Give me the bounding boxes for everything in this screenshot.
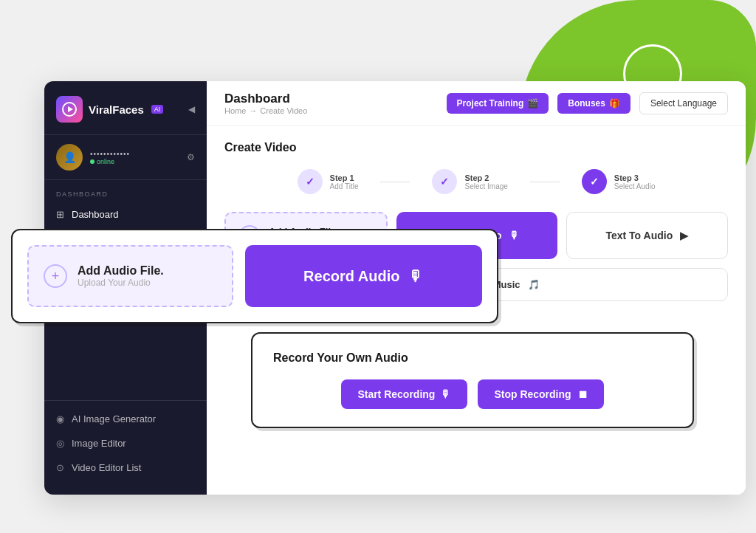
record-stop-icon: ⏹ (577, 388, 588, 400)
avatar: 👤 (56, 144, 83, 171)
sidebar-item-label: Image Editor (72, 438, 126, 449)
sidebar-item-label: Dashboard (72, 209, 119, 220)
floating-panel-audio: + Add Audio File. Upload Your Audio Reco… (11, 229, 498, 323)
sidebar-bottom: ◉ AI Image Generator ◎ Image Editor ⊙ Vi… (44, 400, 207, 480)
sidebar-profile: 👤 •••••••••••• online ⚙ (44, 135, 207, 180)
start-recording-button[interactable]: Start Recording 🎙 (341, 379, 467, 409)
gear-icon[interactable]: ⚙ (187, 152, 195, 162)
text-to-audio-option[interactable]: Text To Audio ▶ (566, 212, 728, 259)
topbar-title: Dashboard (224, 92, 438, 106)
record-buttons-row: Start Recording 🎙 Stop Recording ⏹ (273, 379, 672, 409)
film-icon: 🎬 (527, 98, 538, 109)
sidebar-section-label: DASHBOARD (44, 180, 207, 202)
select-language-button[interactable]: Select Language (639, 92, 728, 114)
record-start-icon: 🎙 (441, 388, 451, 400)
step-connector-1 (380, 182, 410, 182)
fp1-record-label: Record Audio (303, 268, 399, 285)
fp1-plus-icon: + (44, 264, 67, 288)
breadcrumb-current: Create Video (260, 106, 307, 115)
topbar: Dashboard Home → Create Video Project Tr… (207, 81, 746, 126)
fp1-record-audio-option[interactable]: Record Audio 🎙 (245, 245, 482, 307)
step-3: ✓ Step 3 Select Audio (582, 169, 656, 194)
sidebar-item-ai-image-generator[interactable]: ◉ AI Image Generator (44, 407, 207, 431)
profile-name: •••••••••••• (90, 150, 179, 158)
fp1-add-label: Add Audio File. (78, 264, 164, 278)
steps-row: ✓ Step 1 Add Title ✓ Step 2 Select Image (224, 169, 728, 194)
step-connector-2 (530, 182, 560, 182)
step-2-label: Select Image (464, 182, 507, 190)
step-1: ✓ Step 1 Add Title (298, 169, 359, 194)
gift-icon: 🎁 (609, 98, 620, 109)
profile-status: online (90, 158, 179, 165)
step-2-num: Step 2 (464, 173, 507, 182)
fp1-microphone-icon: 🎙 (408, 268, 423, 285)
bonuses-button[interactable]: Bonuses 🎁 (557, 93, 630, 114)
logo-text: ViralFaces (89, 103, 144, 116)
music-icon: 🎵 (528, 279, 540, 290)
profile-info: •••••••••••• online (90, 150, 179, 165)
dashboard-icon: ⊞ (56, 209, 64, 220)
stop-recording-button[interactable]: Stop Recording ⏹ (478, 379, 603, 409)
image-editor-icon: ◎ (56, 438, 64, 449)
fp1-inner: + Add Audio File. Upload Your Audio Reco… (27, 245, 482, 307)
microphone-icon: 🎙 (509, 230, 520, 241)
sidebar-logo-area: ViralFaces AI ◀ (44, 96, 207, 135)
step-3-num: Step 3 (614, 173, 656, 182)
step-2: ✓ Step 2 Select Image (432, 169, 507, 194)
tts-label: Text To Audio (605, 230, 673, 241)
step-3-label: Select Audio (614, 182, 656, 190)
sidebar-collapse-icon[interactable]: ◀ (188, 104, 195, 114)
sidebar-item-video-editor-list[interactable]: ⊙ Video Editor List (44, 455, 207, 480)
step-1-circle: ✓ (298, 169, 323, 194)
fp1-add-audio-option[interactable]: + Add Audio File. Upload Your Audio (27, 245, 233, 307)
step-2-circle: ✓ (432, 169, 457, 194)
project-training-button[interactable]: Project Training 🎬 (447, 93, 549, 114)
breadcrumb: Home → Create Video (224, 106, 438, 115)
avatar-image: 👤 (56, 144, 83, 171)
breadcrumb-separator: → (249, 106, 257, 115)
step-1-label: Add Title (330, 182, 359, 190)
topbar-title-area: Dashboard Home → Create Video (224, 92, 438, 115)
video-editor-icon: ⊙ (56, 462, 64, 473)
play-icon: ▶ (680, 230, 688, 241)
svg-marker-1 (68, 106, 73, 112)
fp1-add-sub: Upload Your Audio (78, 278, 164, 288)
sidebar-item-label: Video Editor List (72, 462, 141, 473)
record-panel-title: Record Your Own Audio (273, 351, 672, 365)
floating-panel-record: Record Your Own Audio Start Recording 🎙 … (251, 332, 694, 428)
sidebar-item-label: AI Image Generator (72, 413, 156, 424)
page-title: Create Video (224, 141, 728, 154)
step-1-num: Step 1 (330, 173, 359, 182)
logo-ai-badge: AI (151, 105, 164, 114)
step-3-circle: ✓ (582, 169, 607, 194)
sidebar-item-image-editor[interactable]: ◎ Image Editor (44, 431, 207, 455)
ai-image-icon: ◉ (56, 413, 64, 424)
breadcrumb-home: Home (224, 106, 246, 115)
status-indicator (90, 159, 94, 164)
sidebar-item-dashboard[interactable]: ⊞ Dashboard (44, 202, 207, 227)
logo-icon (56, 96, 83, 123)
